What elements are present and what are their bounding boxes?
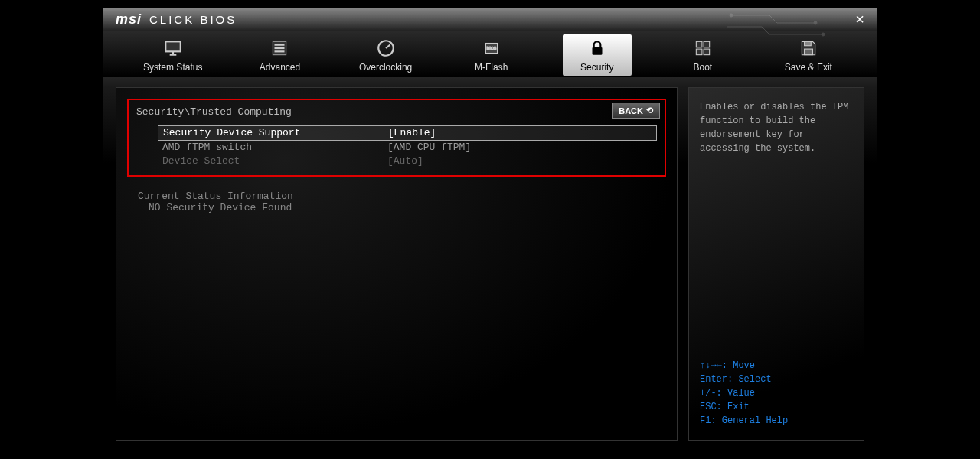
window-title: CLICK BIOS — [149, 13, 237, 26]
settings-list: Security Device Support [Enable] AMD fTP… — [136, 125, 657, 169]
nav-label: Overclocking — [359, 62, 412, 73]
nav-advanced[interactable]: Advanced — [245, 34, 314, 76]
status-header: Current Status Information — [138, 190, 666, 202]
setting-label: AMD fTPM switch — [158, 141, 387, 155]
hint-select: Enter: Select — [700, 373, 853, 386]
svg-rect-14 — [592, 47, 602, 55]
nav-label: Advanced — [260, 62, 300, 73]
setting-label: Device Select — [158, 155, 387, 168]
nav-boot[interactable]: Boot — [668, 34, 737, 76]
chip-icon: BIOS — [481, 37, 502, 59]
nav-label: Boot — [693, 62, 712, 73]
setting-value: [AMD CPU fTPM] — [387, 141, 471, 155]
status-section: Current Status Information NO Security D… — [127, 190, 666, 213]
nav-label: Security — [580, 62, 613, 73]
svg-rect-15 — [696, 41, 702, 47]
titlebar: msi CLICK BIOS × — [103, 8, 877, 31]
svg-text:BIOS: BIOS — [486, 46, 496, 50]
back-label: BACK — [619, 106, 643, 116]
nav-label: System Status — [143, 62, 202, 73]
nav-system-status[interactable]: System Status — [137, 34, 208, 76]
main-nav: System Status Advanced Overclocking BIOS… — [103, 31, 877, 76]
content-area: Security\Trusted Computing BACK ⟲ Securi… — [103, 76, 877, 451]
svg-rect-20 — [804, 49, 812, 55]
help-panel: Enables or disables the TPM function to … — [688, 87, 864, 441]
key-hints: ↑↓→←: Move Enter: Select +/-: Value ESC:… — [700, 359, 853, 428]
status-line: NO Security Device Found — [138, 202, 666, 213]
setting-security-device-support[interactable]: Security Device Support [Enable] — [158, 125, 657, 141]
bios-window: msi CLICK BIOS × System Status Advanced — [103, 8, 877, 451]
brand-logo: msi — [116, 11, 142, 28]
back-arrow-icon: ⟲ — [646, 106, 653, 116]
setting-value: [Enable] — [388, 126, 436, 140]
monitor-icon — [162, 37, 184, 59]
nav-label: M-Flash — [475, 62, 508, 73]
close-icon[interactable]: × — [855, 11, 864, 28]
svg-rect-18 — [704, 49, 710, 55]
svg-rect-9 — [275, 50, 285, 52]
breadcrumb: Security\Trusted Computing — [136, 106, 657, 118]
nav-label: Save & Exit — [785, 62, 832, 73]
svg-rect-16 — [704, 41, 710, 47]
hint-value: +/-: Value — [700, 386, 853, 400]
hint-help: F1: General Help — [700, 414, 853, 428]
svg-rect-7 — [275, 44, 285, 46]
svg-rect-19 — [804, 41, 811, 45]
hint-exit: ESC: Exit — [700, 400, 853, 414]
back-button[interactable]: BACK ⟲ — [612, 103, 660, 119]
hint-move: ↑↓→←: Move — [700, 359, 853, 373]
help-text: Enables or disables the TPM function to … — [700, 100, 853, 155]
save-icon — [798, 37, 819, 59]
setting-device-select: Device Select [Auto] — [158, 155, 657, 168]
highlighted-region: Security\Trusted Computing BACK ⟲ Securi… — [127, 99, 666, 177]
gauge-icon — [375, 37, 397, 59]
svg-point-0 — [814, 21, 817, 24]
svg-rect-8 — [275, 47, 285, 49]
nav-overclocking[interactable]: Overclocking — [351, 34, 420, 76]
lock-icon — [586, 37, 608, 59]
setting-amd-ftpm-switch[interactable]: AMD fTPM switch [AMD CPU fTPM] — [158, 141, 657, 155]
setting-value: [Auto] — [387, 155, 423, 168]
sliders-icon — [269, 37, 290, 59]
svg-rect-3 — [165, 41, 181, 51]
svg-line-11 — [386, 45, 390, 48]
nav-security[interactable]: Security — [563, 34, 632, 76]
nav-mflash[interactable]: BIOS M-Flash — [457, 34, 526, 76]
svg-point-2 — [730, 14, 733, 17]
boot-order-icon — [692, 37, 714, 59]
setting-label: Security Device Support — [158, 126, 388, 140]
svg-rect-17 — [696, 49, 702, 55]
main-panel: Security\Trusted Computing BACK ⟲ Securi… — [116, 87, 678, 441]
nav-save-exit[interactable]: Save & Exit — [774, 34, 843, 76]
